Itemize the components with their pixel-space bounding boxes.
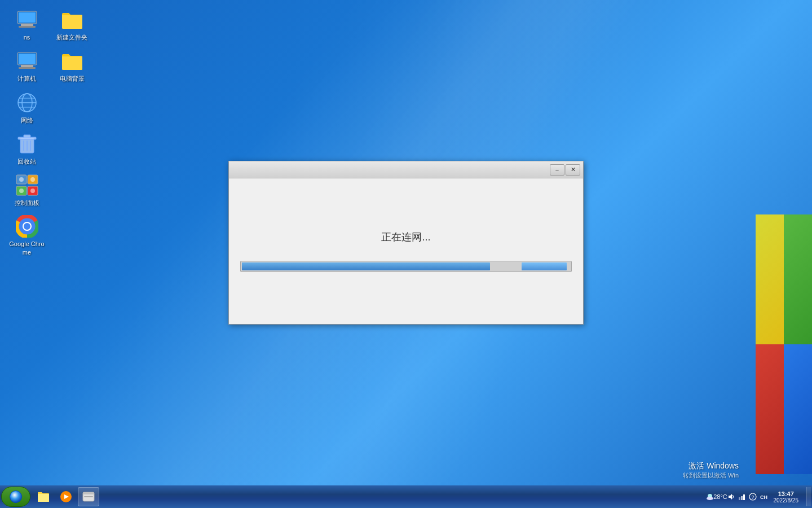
taskbar-media-player[interactable]	[55, 487, 77, 506]
svg-rect-40	[739, 497, 740, 500]
temperature-text: 28°C	[713, 493, 727, 500]
svg-rect-41	[741, 496, 743, 500]
dialog-content: 正在连网...	[229, 178, 583, 324]
media-player-icon	[59, 490, 73, 503]
progress-bar-container	[240, 261, 572, 272]
taskbar-pinned-items	[33, 487, 99, 506]
file-explorer-icon	[37, 490, 50, 503]
systray-temp[interactable]: 28°C	[716, 492, 725, 501]
system-tray: 28°C	[702, 489, 806, 505]
svg-rect-42	[743, 494, 745, 500]
svg-text:CH: CH	[760, 494, 767, 500]
clock-time: 13:47	[778, 491, 794, 497]
systray-speaker-icon[interactable]	[727, 492, 736, 501]
dialog-status-text: 正在连网...	[381, 230, 430, 244]
desktop: ns 新建文件夹	[0, 0, 812, 508]
systray-icons: 28°C	[705, 492, 768, 501]
dialog-minimize-button[interactable]: −	[550, 164, 564, 176]
start-orb-icon	[10, 491, 22, 503]
svg-rect-35	[83, 492, 94, 494]
svg-text:?: ?	[751, 494, 754, 500]
dialog-titlebar: − ✕	[229, 161, 583, 178]
taskbar-file-explorer[interactable]	[33, 487, 54, 506]
taskbar: 28°C	[0, 485, 812, 508]
progress-bar-fill	[242, 262, 490, 270]
show-desktop-button[interactable]	[806, 487, 811, 506]
network-tray-icon	[738, 493, 746, 501]
connecting-dialog: − ✕ 正在连网...	[228, 161, 584, 325]
dialog-overlay: − ✕ 正在连网...	[0, 0, 812, 485]
systray-network-icon[interactable]	[738, 492, 747, 501]
systray-input-icon[interactable]: CH	[759, 492, 768, 501]
progress-bar-chunk	[522, 262, 567, 270]
taskbar-active-app[interactable]	[78, 487, 99, 506]
svg-marker-39	[729, 494, 732, 500]
systray-help-icon[interactable]: ?	[748, 492, 757, 501]
svg-point-38	[707, 497, 713, 500]
active-app-icon	[82, 490, 95, 503]
help-icon: ?	[749, 493, 757, 501]
clock-date: 2022/8/25	[774, 497, 799, 503]
systray-weather-icon[interactable]	[705, 492, 714, 501]
speaker-icon	[727, 493, 735, 501]
dialog-close-button[interactable]: ✕	[566, 164, 580, 176]
svg-rect-36	[84, 496, 93, 497]
input-method-icon: CH	[760, 493, 767, 501]
weather-cloud-icon	[705, 492, 714, 501]
clock-area[interactable]: 13:47 2022/8/25	[770, 489, 802, 505]
start-button[interactable]	[1, 487, 30, 507]
